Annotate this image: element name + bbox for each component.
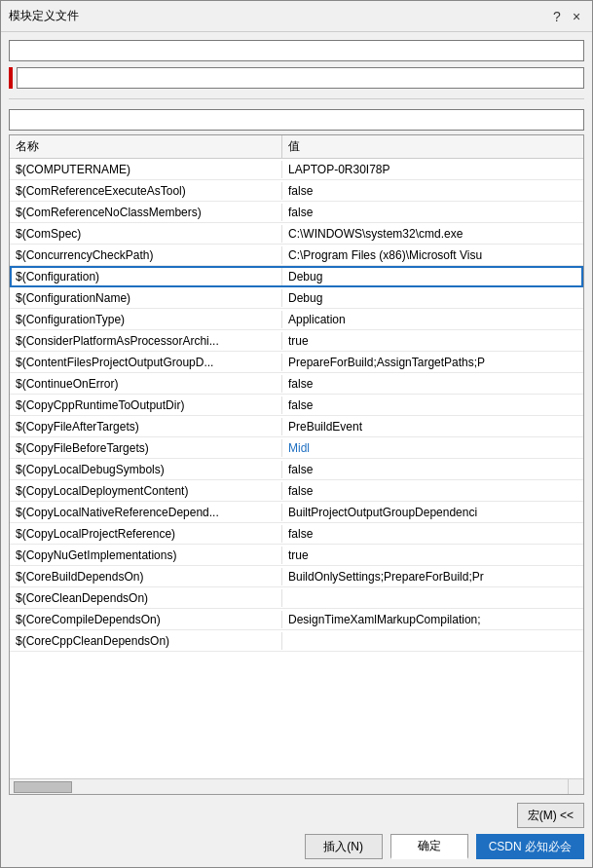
- table-row[interactable]: $(CopyLocalDebugSymbols)false: [10, 459, 583, 480]
- cell-value: false: [282, 525, 583, 543]
- table-row[interactable]: $(ComReferenceExecuteAsTool)false: [10, 180, 583, 202]
- section-divider: [9, 98, 584, 99]
- cell-name: $(CoreCompileDependsOn): [10, 611, 282, 628]
- table-row[interactable]: $(CopyLocalProjectReference)false: [10, 523, 583, 545]
- cell-value: false: [282, 461, 583, 478]
- cell-name: $(ConsiderPlatformAsProcessorArchi...: [10, 332, 282, 350]
- action-row: 插入(N) 确定 CSDN 必知必会: [9, 834, 584, 859]
- cell-name: $(COMPUTERNAME): [10, 161, 282, 178]
- table-row[interactable]: $(CopyNuGetImplementations)true: [10, 545, 583, 566]
- table-row[interactable]: $(ConcurrencyCheckPath)C:\Program Files …: [10, 245, 583, 266]
- table-row[interactable]: $(ComSpec)C:\WINDOWS\system32\cmd.exe: [10, 223, 583, 245]
- table-row[interactable]: $(CoreBuildDependsOn)BuildOnlySettings;P…: [10, 566, 583, 587]
- table-header: 名称 值: [10, 135, 583, 159]
- cell-value: C:\WINDOWS\system32\cmd.exe: [282, 225, 583, 243]
- table-row[interactable]: $(COMPUTERNAME)LAPTOP-0R30I78P: [10, 159, 583, 180]
- input-field-2[interactable]: [17, 67, 584, 89]
- dialog-title: 模块定义文件: [9, 8, 79, 24]
- table-row[interactable]: $(CopyCppRuntimeToOutputDir)false: [10, 395, 583, 416]
- cell-value: false: [282, 396, 583, 414]
- input-field-3[interactable]: [9, 109, 584, 131]
- cell-name: $(CopyFileBeforeTargets): [10, 439, 282, 457]
- close-button[interactable]: ×: [569, 9, 584, 24]
- cell-value: Debug: [282, 268, 583, 285]
- table-row[interactable]: $(CopyLocalDeploymentContent)false: [10, 480, 583, 502]
- cell-name: $(CopyFileAfterTargets): [10, 418, 282, 435]
- cell-name: $(CopyCppRuntimeToOutputDir): [10, 396, 282, 414]
- cell-value: Debug: [282, 289, 583, 307]
- cell-value: [282, 639, 583, 643]
- dialog: 模块定义文件 ? × 名称 值: [0, 0, 593, 868]
- cell-name: $(ContentFilesProjectOutputGroupD...: [10, 354, 282, 371]
- red-accent: [9, 67, 13, 89]
- cell-value: false: [282, 482, 583, 500]
- cell-value: BuildOnlySettings;PrepareForBuild;Pr: [282, 568, 583, 585]
- help-button[interactable]: ?: [549, 9, 565, 24]
- col-value-header: 值: [282, 135, 568, 158]
- table-row[interactable]: $(CopyFileBeforeTargets)Midl: [10, 437, 583, 459]
- cell-name: $(CopyLocalProjectReference): [10, 525, 282, 543]
- cell-name: $(CoreCleanDependsOn): [10, 589, 282, 607]
- input-row-2: [9, 67, 584, 89]
- cell-value: DesignTimeXamlMarkupCompilation;: [282, 611, 583, 628]
- table-row[interactable]: $(ContentFilesProjectOutputGroupD...Prep…: [10, 352, 583, 373]
- input-row-3: [9, 109, 584, 131]
- table-section: 名称 值 $(COMPUTERNAME)LAPTOP-0R30I78P$(Com…: [1, 134, 592, 795]
- table-row[interactable]: $(CopyFileAfterTargets)PreBuildEvent: [10, 416, 583, 437]
- cell-value: PrepareForBuild;AssignTargetPaths;P: [282, 354, 583, 371]
- macro-row: 宏(M) <<: [9, 803, 584, 828]
- input-field-1[interactable]: [9, 40, 584, 61]
- cell-value: Midl: [282, 439, 583, 457]
- title-bar-controls: ? ×: [549, 9, 584, 24]
- h-scrollbar-thumb[interactable]: [14, 781, 72, 793]
- horizontal-scrollbar[interactable]: [10, 778, 583, 794]
- table-row[interactable]: $(CoreCompileDependsOn)DesignTimeXamlMar…: [10, 609, 583, 630]
- cell-value: LAPTOP-0R30I78P: [282, 161, 583, 178]
- table-row[interactable]: $(ConfigurationType)Application: [10, 309, 583, 330]
- h-scrollbar-corner: [568, 779, 583, 794]
- table-row[interactable]: $(CoreCleanDependsOn): [10, 587, 583, 609]
- table-row[interactable]: $(CoreCppCleanDependsOn): [10, 630, 583, 652]
- h-scrollbar-inner: [10, 779, 568, 794]
- table-row[interactable]: $(ConsiderPlatformAsProcessorArchi...tru…: [10, 330, 583, 352]
- cell-name: $(Configuration): [10, 268, 282, 285]
- cell-name: $(CopyLocalDeploymentContent): [10, 482, 282, 500]
- cell-value: PreBuildEvent: [282, 418, 583, 435]
- cell-name: $(ComSpec): [10, 225, 282, 243]
- table-row[interactable]: $(ComReferenceNoClassMembers)false: [10, 202, 583, 223]
- cell-name: $(CopyLocalNativeReferenceDepend...: [10, 504, 282, 521]
- cell-name: $(CoreBuildDependsOn): [10, 568, 282, 585]
- cell-value: true: [282, 332, 583, 350]
- cell-value: [282, 596, 583, 600]
- title-bar: 模块定义文件 ? ×: [1, 1, 592, 32]
- cell-name: $(ComReferenceExecuteAsTool): [10, 182, 282, 200]
- macro-button[interactable]: 宏(M) <<: [517, 803, 584, 828]
- table-row[interactable]: $(ContinueOnError)false: [10, 373, 583, 395]
- cell-value: BuiltProjectOutputGroupDependenci: [282, 504, 583, 521]
- cell-name: $(ComReferenceNoClassMembers): [10, 204, 282, 221]
- cell-name: $(ConcurrencyCheckPath): [10, 246, 282, 264]
- table-row[interactable]: $(CopyLocalNativeReferenceDepend...Built…: [10, 502, 583, 523]
- top-section: [1, 32, 592, 134]
- insert-button[interactable]: 插入(N): [305, 834, 383, 859]
- cell-name: $(ContinueOnError): [10, 375, 282, 393]
- cell-name: $(ConfigurationName): [10, 289, 282, 307]
- table-row[interactable]: $(ConfigurationName)Debug: [10, 287, 583, 309]
- cell-value: true: [282, 547, 583, 564]
- cell-value: false: [282, 375, 583, 393]
- cell-value: false: [282, 204, 583, 221]
- table-row[interactable]: $(Configuration)Debug: [10, 266, 583, 287]
- cell-value: Application: [282, 311, 583, 328]
- input-row-1: [9, 40, 584, 61]
- col-name-header: 名称: [10, 135, 282, 158]
- cell-value: false: [282, 182, 583, 200]
- cell-name: $(CopyNuGetImplementations): [10, 547, 282, 564]
- bottom-section: 宏(M) << 插入(N) 确定 CSDN 必知必会: [1, 795, 592, 867]
- ok-button[interactable]: 确定: [390, 834, 468, 859]
- cell-name: $(CoreCppCleanDependsOn): [10, 632, 282, 650]
- table-container: 名称 值 $(COMPUTERNAME)LAPTOP-0R30I78P$(Com…: [9, 134, 584, 795]
- table-body[interactable]: $(COMPUTERNAME)LAPTOP-0R30I78P$(ComRefer…: [10, 159, 583, 778]
- cell-name: $(CopyLocalDebugSymbols): [10, 461, 282, 478]
- cancel-button[interactable]: CSDN 必知必会: [476, 834, 584, 859]
- cell-value: C:\Program Files (x86)\Microsoft Visu: [282, 246, 583, 264]
